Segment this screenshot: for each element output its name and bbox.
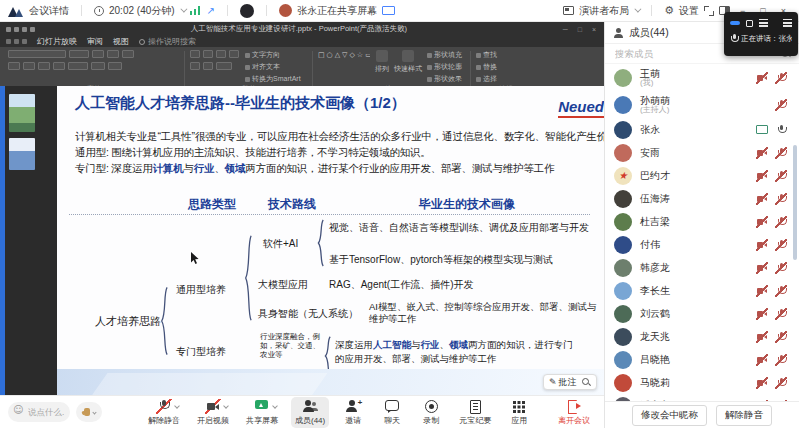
camera-status-icon bbox=[756, 72, 768, 84]
participant-row[interactable]: 孙萌萌 (主持人) bbox=[605, 91, 799, 118]
toolbar-button[interactable]: 元宝纪要 bbox=[455, 397, 495, 428]
toolbar-buttons: 解除静音 开启视频 共享屏幕 成员(44) bbox=[144, 397, 534, 428]
toolbar-label: 录制 bbox=[423, 415, 439, 426]
ppt-title-bar: 人工智能技术应用专业建设研讨.pptx - PowerPoint(产品激活失败)… bbox=[0, 22, 604, 36]
mic-status-icon bbox=[775, 239, 787, 251]
quick-access-toolbar[interactable] bbox=[6, 27, 35, 32]
ribbon-button[interactable]: 对齐文本 bbox=[245, 62, 301, 72]
chevron-down-icon[interactable] bbox=[180, 6, 187, 13]
unmute-button[interactable]: 解除静音 bbox=[716, 405, 772, 426]
emoji-icon[interactable]: ☺ bbox=[13, 405, 23, 415]
ribbon-button[interactable]: 查找 bbox=[476, 50, 536, 60]
chat-input-pill: ☺ bbox=[8, 402, 70, 422]
window-mode-icon[interactable] bbox=[746, 20, 753, 27]
apps-icon bbox=[511, 399, 527, 414]
list-view-icon[interactable] bbox=[759, 19, 768, 27]
meeting-details-link[interactable]: 会议详情 bbox=[29, 4, 69, 18]
menu-icon[interactable] bbox=[783, 19, 792, 27]
thumbnail-selection-strip bbox=[0, 86, 5, 395]
toolbar-button[interactable]: 成员(44) bbox=[291, 397, 329, 428]
zoom-icon[interactable] bbox=[582, 378, 591, 387]
ribbon-button[interactable]: 文字方向 bbox=[245, 50, 301, 60]
applause-button[interactable] bbox=[76, 402, 102, 422]
toolbar-button[interactable]: 应用 bbox=[504, 397, 534, 428]
members-icon bbox=[613, 28, 625, 38]
toolbar-label: 元宝纪要 bbox=[459, 415, 491, 426]
avatar bbox=[614, 236, 632, 254]
participant-row[interactable]: 付伟 bbox=[605, 233, 799, 256]
ribbon-button[interactable]: 替换 bbox=[476, 62, 536, 72]
chevron-down-icon[interactable] bbox=[635, 6, 642, 13]
participant-row[interactable]: 王萌 (我) bbox=[605, 64, 799, 91]
layout-icon bbox=[563, 6, 574, 15]
tell-me-search[interactable]: 操作说明搜索 bbox=[139, 36, 196, 47]
meeting-duration: 20:02 (40分钟) bbox=[109, 4, 175, 18]
toolbar-button[interactable]: 聊天 bbox=[377, 397, 407, 428]
ribbon-button[interactable]: 排列 bbox=[375, 50, 389, 74]
column-header: 技术路线 bbox=[268, 196, 316, 213]
toolbar-button[interactable]: 录制 bbox=[416, 397, 446, 428]
toolbar-button[interactable]: 邀请 bbox=[338, 397, 368, 428]
slide-thumbnail-panel bbox=[0, 86, 57, 395]
ribbon-tab[interactable]: 审阅 bbox=[87, 36, 103, 47]
mic-status-icon bbox=[775, 262, 787, 274]
ribbon-button[interactable]: 快速样式 bbox=[394, 50, 422, 74]
ribbon-button[interactable]: 选择 bbox=[476, 74, 536, 84]
ribbon-button[interactable]: 形状轮廓 bbox=[427, 62, 462, 72]
meeting-app-logo-icon bbox=[8, 5, 24, 17]
shapes-gallery[interactable]: □○△▽◇☆▭○□△▽◇ bbox=[318, 50, 370, 80]
participant-row[interactable]: 张永 bbox=[605, 118, 799, 141]
participant-row[interactable]: 韩彦龙 bbox=[605, 256, 799, 279]
slide-thumbnail[interactable] bbox=[9, 138, 35, 170]
minimize-bar-icon[interactable] bbox=[730, 21, 740, 25]
leave-meeting-button[interactable]: 离开会议 bbox=[558, 399, 590, 426]
clap-hand-icon bbox=[82, 407, 91, 418]
participant-name: 李长生 bbox=[640, 285, 670, 296]
chat-input[interactable] bbox=[26, 406, 66, 418]
mic-status-icon bbox=[775, 354, 787, 366]
toolbar-button[interactable]: 开启视频 bbox=[193, 397, 233, 428]
gear-icon[interactable]: ⚙ bbox=[664, 5, 674, 16]
mic-status-icon bbox=[775, 331, 787, 343]
meeting-window: 会议详情 20:02 (40分钟) ↗ 张永正在共享屏幕 演讲者布局 ⚙ 设置 … bbox=[0, 0, 799, 428]
ppt-ribbon-tabs: 幻灯片放映审阅视图 操作说明搜索 bbox=[0, 36, 604, 47]
participant-row[interactable]: 马晓莉 bbox=[605, 371, 799, 394]
diagram-node: 具身智能（无人系统） bbox=[258, 307, 358, 321]
camera-status-icon bbox=[756, 124, 768, 136]
participant-row[interactable]: ★ 巴约才 bbox=[605, 164, 799, 187]
ribbon-button[interactable]: 转换为SmartArt bbox=[245, 74, 301, 84]
speaker-layout-button[interactable]: 演讲者布局 bbox=[579, 4, 629, 18]
app-logo-icon[interactable] bbox=[240, 4, 254, 18]
settings-button[interactable]: 设置 bbox=[679, 4, 699, 18]
participant-row[interactable]: 伍海涛 bbox=[605, 187, 799, 210]
participant-name: 刘云鹤 bbox=[640, 308, 670, 319]
ribbon-tab[interactable]: 视图 bbox=[113, 36, 129, 47]
leave-icon bbox=[566, 399, 582, 414]
participant-name: 吕晓艳 bbox=[640, 354, 670, 365]
participant-row[interactable]: 龙天兆 bbox=[605, 325, 799, 348]
participant-row[interactable]: 吕晓艳 bbox=[605, 348, 799, 371]
mic-status-icon bbox=[775, 170, 787, 182]
rename-button[interactable]: 修改会中昵称 bbox=[632, 405, 707, 426]
slide-thumbnail[interactable] bbox=[9, 94, 35, 132]
toolbar-label: 聊天 bbox=[384, 415, 400, 426]
participant-row[interactable]: 刘云鹤 bbox=[605, 302, 799, 325]
participant-row[interactable]: 安雨 bbox=[605, 141, 799, 164]
scrollbar[interactable] bbox=[793, 145, 797, 260]
share-icon[interactable]: ↗ bbox=[207, 6, 215, 16]
fullscreen-icon[interactable] bbox=[704, 6, 714, 16]
participant-row[interactable]: 杜吉梁 bbox=[605, 210, 799, 233]
mouse-cursor bbox=[190, 252, 200, 265]
ribbon-button[interactable]: 形状效果 bbox=[427, 74, 462, 84]
annotate-button[interactable]: ✎批注 bbox=[549, 376, 577, 389]
toolbar-button[interactable]: 解除静音 bbox=[144, 397, 184, 428]
ppt-window-controls[interactable]: ─ □ × bbox=[563, 26, 600, 33]
avatar bbox=[614, 213, 632, 231]
bottom-toolbar: ☺ 解除静音 开启视频 共享屏幕 bbox=[0, 395, 604, 428]
participant-row[interactable]: 李长生 bbox=[605, 279, 799, 302]
ribbon-button[interactable]: 形状填充 bbox=[427, 50, 462, 60]
toolbar-button[interactable]: 共享屏幕 bbox=[242, 397, 282, 428]
ribbon-tab[interactable]: 幻灯片放映 bbox=[37, 36, 77, 47]
sidebar-footer: 修改会中昵称 解除静音 bbox=[605, 401, 799, 428]
camera-status-icon bbox=[756, 239, 768, 251]
